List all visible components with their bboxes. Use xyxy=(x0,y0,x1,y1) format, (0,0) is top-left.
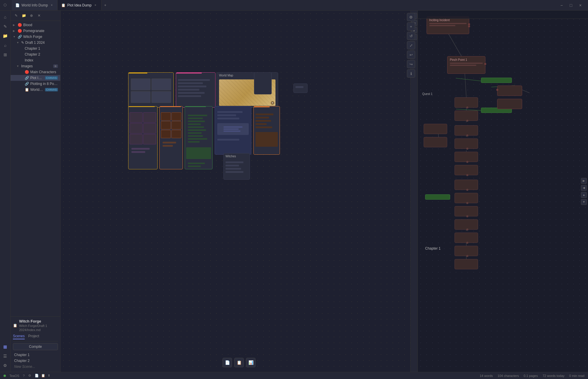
card-world-history[interactable]: World History xyxy=(185,106,213,169)
node-left-a1[interactable] xyxy=(455,97,478,108)
node-chain-5[interactable] xyxy=(455,180,478,190)
node-chain-4[interactable] xyxy=(455,165,478,175)
canvas-doc-btn[interactable]: 📄 xyxy=(223,358,232,367)
tree-item-chapter-2[interactable]: Chapter 2 xyxy=(11,51,60,57)
node-chain-11[interactable] xyxy=(455,259,478,269)
plot-edge-4[interactable]: ▼ xyxy=(581,199,587,205)
node-chain-9[interactable] xyxy=(455,233,478,243)
card-magic-system-label: Magic System xyxy=(160,106,181,107)
canvas-plot-idea[interactable]: Inciting Incident Pinch Point 1 Quest 1 xyxy=(417,11,588,372)
canvas-info-btn[interactable]: ℹ xyxy=(407,69,415,78)
sidebar-icon-search[interactable]: ⌕ xyxy=(1,41,9,49)
node-green-lower[interactable] xyxy=(425,194,450,200)
node-inciting[interactable]: Inciting Incident xyxy=(427,16,469,34)
sidebar-icon-edit[interactable]: ✎ xyxy=(1,22,9,31)
node-green-bar-1[interactable] xyxy=(481,78,512,83)
canvas-settings-btn[interactable]: ⚙ xyxy=(407,13,415,21)
status-export-icon[interactable]: ⬆ xyxy=(48,374,50,378)
toolbar-edit[interactable]: ✎ xyxy=(13,12,19,19)
toolbar-close[interactable]: ✕ xyxy=(36,12,42,19)
canvas-expand-btn[interactable]: ⤢ xyxy=(407,41,415,49)
tab-project[interactable]: Project xyxy=(28,334,39,339)
card-witches[interactable]: Witches xyxy=(223,153,250,180)
status-note-icon[interactable]: 📋 xyxy=(41,374,45,378)
sidebar-icon-list[interactable]: ☰ xyxy=(1,352,9,360)
node-chapter-1-label: Chapter 1 xyxy=(425,246,441,251)
tab-plot-idea[interactable]: 📋 Plot Idea Dump × xyxy=(58,0,101,10)
toolbar-folder[interactable]: 📁 xyxy=(21,12,27,19)
maximize-button[interactable]: □ xyxy=(567,1,575,9)
plot-edge-3[interactable]: ▲ xyxy=(581,192,587,198)
sidebar-icon-settings[interactable]: ⚙ xyxy=(1,361,9,370)
node-chain-8[interactable] xyxy=(455,219,478,230)
canvas-undo-btn[interactable]: ↩ xyxy=(407,51,415,59)
card-time-scale[interactable]: Time Scale xyxy=(128,72,174,108)
tree-item-plotting[interactable]: 🔗 Plotting in 8 Points xyxy=(11,81,60,87)
status-help[interactable]: ? xyxy=(23,374,25,378)
canvas-world-info[interactable]: ⚙ + ↺ ⤢ ↩ ↪ ℹ Time Scale Common Terms xyxy=(61,11,417,372)
close-button[interactable]: × xyxy=(576,1,584,9)
node-left-a2[interactable] xyxy=(455,111,478,121)
node-chain-2[interactable] xyxy=(455,138,478,149)
minimize-button[interactable]: − xyxy=(557,1,566,9)
tree-item-main-chars[interactable]: 🔴 Main Characters xyxy=(11,69,60,75)
node-right-2[interactable] xyxy=(497,99,522,109)
tab-plot-close[interactable]: × xyxy=(93,3,98,7)
node-chain-3[interactable] xyxy=(455,152,478,162)
arrow-draft: ▼ xyxy=(16,41,20,44)
title-bar-left: ⬡ xyxy=(0,3,12,8)
sidebar-icon-grid[interactable]: ▦ xyxy=(1,343,9,351)
node-chain-1[interactable] xyxy=(455,125,478,136)
app-name: TeaOS xyxy=(9,374,19,378)
tree-item-blood[interactable]: ▶ 🔴 Blood xyxy=(11,22,60,28)
svg-line-12 xyxy=(456,78,482,81)
tree-item-witch-forge[interactable]: ▼ 🔗 Witch Forge xyxy=(11,34,60,40)
card-magic-system[interactable]: Magic System xyxy=(159,106,183,169)
new-tab-button[interactable]: + xyxy=(101,3,109,7)
tree-item-world-in[interactable]: 📋 World In... CANVAS xyxy=(11,87,60,93)
node-pinch-1[interactable]: Pinch Point 1 xyxy=(447,56,485,74)
new-scene[interactable]: New Scene... xyxy=(13,364,58,370)
plot-edge-1[interactable]: ▶ xyxy=(581,178,587,184)
toolbar-add[interactable]: ⊕ xyxy=(28,12,35,19)
node-quest-a[interactable] xyxy=(424,124,447,134)
tab-scenes[interactable]: Scenes xyxy=(13,334,25,339)
card-common-terms[interactable]: Common Terms xyxy=(176,72,216,108)
tree-item-pomegranate[interactable]: ▶ 🔴 Pomegranate xyxy=(11,28,60,34)
node-right-1[interactable] xyxy=(497,86,522,96)
node-chain-10[interactable] xyxy=(455,246,478,256)
scene-chapter-1[interactable]: Chapter 1 xyxy=(13,352,58,358)
tab-world-label: World Info Dump xyxy=(21,3,48,7)
card-small-float[interactable] xyxy=(293,84,308,93)
compile-button[interactable]: Compile xyxy=(13,343,58,350)
tab-world-info[interactable]: 📄 World Info Dump × xyxy=(12,0,58,10)
tree-item-index[interactable]: Index xyxy=(11,57,60,63)
tree-item-draft[interactable]: ▼ ✎ Draft 1 2024 xyxy=(11,40,60,46)
node-chain-6[interactable] xyxy=(455,193,478,203)
node-chain-7[interactable] xyxy=(455,206,478,216)
sidebar-icon-folder[interactable]: 📁 xyxy=(1,32,9,40)
status-settings[interactable]: ⚙ xyxy=(28,374,31,378)
words-today: 72 words today xyxy=(542,374,564,378)
canvas-chart-btn[interactable]: 📊 xyxy=(246,358,255,367)
canvas-note-btn[interactable]: 📋 xyxy=(234,358,244,367)
canvas-zoom-in-btn[interactable]: + xyxy=(407,22,415,31)
tab-world-close[interactable]: × xyxy=(50,3,54,7)
node-quest-b[interactable] xyxy=(424,137,447,147)
status-doc-icon[interactable]: 📄 xyxy=(35,374,39,378)
tree-item-chapter-1[interactable]: Chapter 1 xyxy=(11,46,60,51)
tree-item-plot-ide[interactable]: 🔗 Plot Ide... CANVAS xyxy=(11,75,60,81)
canvas-refresh-btn[interactable]: ↺ xyxy=(407,32,415,40)
card-common-terms-label: Common Terms xyxy=(176,72,202,74)
plot-edge-2[interactable]: ◀ xyxy=(581,185,587,191)
card-unnamed-top[interactable] xyxy=(254,72,272,94)
scene-chapter-2[interactable]: Chapter 2 xyxy=(13,358,58,364)
canvas-redo-btn[interactable]: ↪ xyxy=(407,60,415,68)
tree-item-images[interactable]: ▼ Images ⊕ xyxy=(11,63,60,69)
card-holidays[interactable]: Holidays xyxy=(253,106,280,155)
sidebar-icon-tags[interactable]: ⊞ xyxy=(1,51,9,59)
card-unnamed-blue[interactable] xyxy=(215,106,251,155)
card-clista[interactable]: Clista Information xyxy=(128,106,158,169)
canvas-tools: ⚙ + ↺ ⤢ ↩ ↪ ℹ xyxy=(407,13,415,78)
sidebar-icon-home[interactable]: ⌂ xyxy=(1,13,9,21)
